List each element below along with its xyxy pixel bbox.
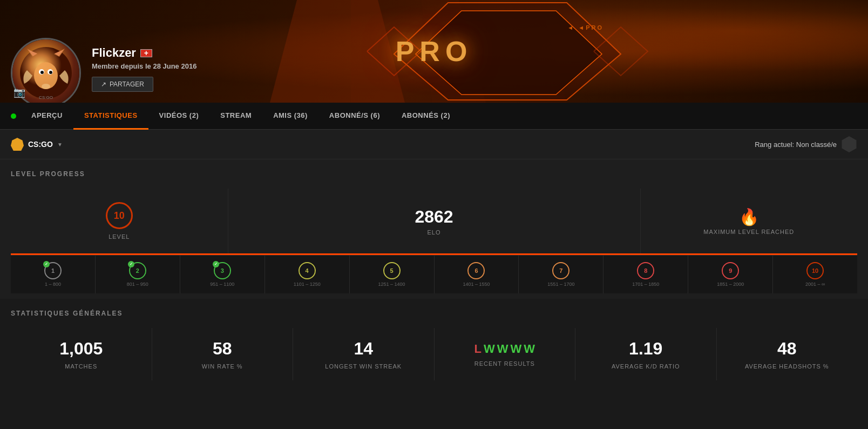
camera-icon[interactable]: 📷 (13, 86, 25, 98)
dropdown-arrow-icon: ▼ (57, 142, 63, 148)
tier-badge-2: ✓2 (129, 262, 146, 279)
general-stats-title: STATISTIQUES GÉNÉRALES (11, 310, 857, 317)
stat-card-longest_streak: 14LONGEST WIN STREAK (293, 328, 435, 380)
tier-badge-6: 6 (467, 262, 485, 279)
tier-item-4: 41101 – 1250 (265, 256, 350, 293)
general-stats-section: STATISTIQUES GÉNÉRALES 1,005MATCHES58WIN… (0, 299, 868, 397)
result-letter-l: L (474, 342, 481, 356)
username: Flickzer (92, 46, 136, 60)
tier-range-2: 801 – 950 (127, 281, 148, 287)
share-icon: ↗ (101, 81, 106, 88)
tier-range-7: 1551 – 1700 (547, 281, 574, 287)
tier-badge-10: 10 (806, 262, 824, 279)
tier-tick-3: ✓ (213, 261, 219, 267)
tier-range-5: 1251 – 1400 (378, 281, 405, 287)
nav-item-amis[interactable]: AMIS (36) (262, 103, 318, 130)
rank-hex-badge (841, 136, 857, 152)
tier-item-8: 81701 – 1850 (603, 256, 688, 293)
tier-badge-8: 8 (637, 262, 654, 279)
svg-point-14 (49, 71, 52, 74)
result-letter-w: W (510, 342, 521, 356)
nav-item-videos[interactable]: VIDÉOS (2) (148, 103, 210, 130)
result-letter-w: W (524, 342, 535, 356)
tier-badge-7: 7 (552, 262, 569, 279)
member-since-text: Membre depuis le 28 June 2016 (92, 62, 196, 70)
recent-results-value: LWWWW (474, 342, 535, 356)
tier-range-3: 951 – 1100 (210, 281, 234, 287)
nav-item-abonnes[interactable]: ABONNÉ/S (6) (318, 103, 391, 130)
stat-label-kd_ratio: AVERAGE K/D RATIO (612, 363, 680, 370)
level-cards-row: 10 LEVEL 2862 ELO 🔥 MAXIMUM LEVEL REACHE… (11, 189, 857, 255)
nav-item-abonnes2[interactable]: ABONNÉS (2) (391, 103, 461, 130)
share-button[interactable]: ↗ PARTAGER (92, 77, 153, 92)
result-letter-w: W (497, 342, 508, 356)
stat-label-headshots: AVERAGE HEADSHOTS % (745, 363, 829, 370)
fire-icon: 🔥 (739, 207, 759, 226)
tier-badge-1: ✓1 (44, 262, 62, 279)
tier-item-1: ✓11 – 800 (11, 256, 96, 293)
rank-info: Rang actuel: Non classé/e (755, 136, 857, 152)
result-letter-w: W (484, 342, 495, 356)
tier-range-4: 1101 – 1250 (294, 281, 321, 287)
elo-value: 2862 (415, 207, 453, 227)
tier-item-10: 102001 – ∞ (773, 256, 857, 293)
rank-label-text: Rang actuel: Non classé/e (755, 140, 837, 149)
tier-range-1: 1 – 800 (45, 281, 61, 287)
stat-label-longest_streak: LONGEST WIN STREAK (325, 363, 402, 370)
user-info: Flickzer Membre depuis le 28 June 2016 ↗… (92, 46, 196, 92)
level-label: LEVEL (109, 233, 130, 240)
tier-range-9: 1851 – 2000 (717, 281, 744, 287)
tier-badge-9: 9 (722, 262, 739, 279)
elo-label: ELO (427, 229, 440, 236)
tier-item-9: 91851 – 2000 (688, 256, 773, 293)
tier-tick-2: ✓ (128, 261, 134, 267)
game-label: CS:GO (28, 140, 53, 149)
tier-range-10: 2001 – ∞ (805, 281, 825, 287)
elo-card: 2862 ELO (228, 189, 641, 253)
level-card: 10 LEVEL (11, 189, 228, 253)
nav-item-stream[interactable]: STREAM (209, 103, 262, 130)
stat-value-matches: 1,005 (59, 339, 103, 359)
stat-card-kd_ratio: 1.19AVERAGE K/D RATIO (575, 328, 717, 380)
stats-cards-row: 1,005MATCHES58WIN RATE %14LONGEST WIN ST… (11, 328, 857, 380)
header-banner: PRO ◄PRO (0, 0, 868, 103)
stat-card-win_rate: 58WIN RATE % (152, 328, 294, 380)
level-badge: 10 (106, 202, 133, 229)
online-status-dot (11, 113, 16, 119)
nav-item-statistiques[interactable]: STATISTIQUES (73, 103, 148, 130)
csgo-game-icon (11, 138, 24, 151)
tier-badge-3: ✓3 (214, 262, 231, 279)
game-selector-bar: CS:GO ▼ Rang actuel: Non classé/e (0, 130, 868, 159)
stat-card-recent_results: LWWWWRECENT RESULTS (435, 328, 576, 380)
tier-range-6: 1401 – 1550 (463, 281, 490, 287)
tier-item-6: 61401 – 1550 (435, 256, 519, 293)
level-progress-section: LEVEL PROGRESS 10 LEVEL 2862 ELO 🔥 MAXIM… (0, 159, 868, 299)
share-label: PARTAGER (110, 81, 144, 88)
nav-item-apercu[interactable]: APERÇU (21, 103, 73, 130)
stat-label-recent_results: RECENT RESULTS (474, 360, 535, 367)
pro-logo-area: PRO (396, 35, 473, 68)
tier-item-3: ✓3951 – 1100 (180, 256, 265, 293)
stat-value-longest_streak: 14 (354, 339, 373, 359)
stat-value-headshots: 48 (777, 339, 797, 359)
tier-tick-1: ✓ (43, 261, 50, 267)
tier-badge-4: 4 (299, 262, 316, 279)
svg-point-15 (42, 84, 50, 89)
tier-badge-5: 5 (383, 262, 401, 279)
level-progress-title: LEVEL PROGRESS (11, 170, 857, 178)
game-selector[interactable]: CS:GO ▼ (11, 138, 63, 151)
tier-item-5: 51251 – 1400 (350, 256, 435, 293)
stat-label-win_rate: WIN RATE % (202, 363, 243, 370)
tier-item-7: 71551 – 1700 (519, 256, 603, 293)
stat-value-kd_ratio: 1.19 (629, 339, 662, 359)
level-value: 10 (114, 210, 125, 222)
main-content: CS:GO ▼ Rang actuel: Non classé/e LEVEL … (0, 130, 868, 397)
max-level-label: MAXIMUM LEVEL REACHED (703, 229, 794, 235)
avatar-svg: CS:GO (19, 46, 73, 100)
pro-text: PRO (396, 35, 473, 68)
tier-item-2: ✓2801 – 950 (96, 256, 180, 293)
tier-range-8: 1701 – 1850 (632, 281, 659, 287)
stat-card-matches: 1,005MATCHES (11, 328, 152, 380)
navigation-bar: APERÇU STATISTIQUES VIDÉOS (2) STREAM AM… (0, 103, 868, 130)
elo-tier-bar: ✓11 – 800✓2801 – 950✓3951 – 110041101 – … (11, 255, 857, 293)
